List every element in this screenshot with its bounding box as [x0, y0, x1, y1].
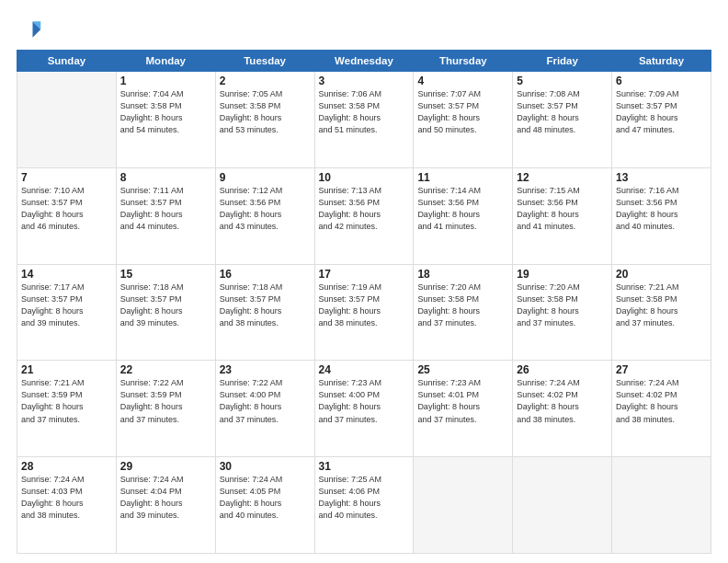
- day-number: 30: [220, 460, 311, 473]
- day-number: 16: [220, 268, 311, 281]
- cell-info: Sunrise: 7:16 AMSunset: 3:56 PMDaylight:…: [616, 185, 707, 233]
- day-number: 15: [120, 268, 211, 281]
- cell-info: Sunrise: 7:08 AMSunset: 3:57 PMDaylight:…: [517, 88, 608, 136]
- page: SundayMondayTuesdayWednesdayThursdayFrid…: [0, 0, 728, 563]
- calendar-cell: 16Sunrise: 7:18 AMSunset: 3:57 PMDayligh…: [215, 264, 314, 361]
- calendar-cell: 6Sunrise: 7:09 AMSunset: 3:57 PMDaylight…: [612, 72, 711, 168]
- day-number: 31: [319, 460, 410, 473]
- logo: [17, 17, 46, 42]
- day-number: 23: [220, 363, 311, 376]
- calendar-cell: 19Sunrise: 7:20 AMSunset: 3:58 PMDayligh…: [513, 264, 612, 361]
- day-number: 18: [417, 268, 508, 281]
- calendar-week-row: 7Sunrise: 7:10 AMSunset: 3:57 PMDaylight…: [17, 167, 711, 264]
- cell-info: Sunrise: 7:25 AMSunset: 4:06 PMDaylight:…: [319, 474, 410, 522]
- calendar-cell: 13Sunrise: 7:16 AMSunset: 3:56 PMDayligh…: [612, 167, 711, 264]
- calendar-body: 1Sunrise: 7:04 AMSunset: 3:58 PMDaylight…: [17, 72, 711, 554]
- cell-info: Sunrise: 7:24 AMSunset: 4:05 PMDaylight:…: [220, 474, 311, 522]
- calendar-cell: 25Sunrise: 7:23 AMSunset: 4:01 PMDayligh…: [414, 361, 513, 457]
- cell-info: Sunrise: 7:14 AMSunset: 3:56 PMDaylight:…: [417, 185, 508, 233]
- weekday-header-saturday: Saturday: [612, 51, 711, 72]
- calendar-cell: 27Sunrise: 7:24 AMSunset: 4:02 PMDayligh…: [612, 361, 711, 457]
- calendar-cell: 18Sunrise: 7:20 AMSunset: 3:58 PMDayligh…: [414, 264, 513, 361]
- calendar-week-row: 21Sunrise: 7:21 AMSunset: 3:59 PMDayligh…: [17, 361, 711, 457]
- day-number: 19: [517, 268, 608, 281]
- calendar-cell: [612, 457, 711, 554]
- calendar-cell: 28Sunrise: 7:24 AMSunset: 4:03 PMDayligh…: [17, 457, 117, 554]
- calendar-cell: 14Sunrise: 7:17 AMSunset: 3:57 PMDayligh…: [17, 264, 117, 361]
- cell-info: Sunrise: 7:15 AMSunset: 3:56 PMDaylight:…: [517, 185, 608, 233]
- weekday-header-wednesday: Wednesday: [314, 51, 414, 72]
- calendar-cell: 20Sunrise: 7:21 AMSunset: 3:58 PMDayligh…: [612, 264, 711, 361]
- calendar-cell: 3Sunrise: 7:06 AMSunset: 3:58 PMDaylight…: [314, 72, 414, 168]
- calendar-week-row: 28Sunrise: 7:24 AMSunset: 4:03 PMDayligh…: [17, 457, 711, 554]
- cell-info: Sunrise: 7:24 AMSunset: 4:04 PMDaylight:…: [120, 474, 211, 522]
- day-number: 8: [120, 171, 211, 184]
- day-number: 6: [616, 75, 707, 87]
- day-number: 26: [517, 363, 608, 376]
- day-number: 21: [21, 363, 112, 376]
- weekday-header-sunday: Sunday: [17, 51, 117, 72]
- calendar-cell: 24Sunrise: 7:23 AMSunset: 4:00 PMDayligh…: [314, 361, 414, 457]
- day-number: 14: [21, 268, 112, 281]
- cell-info: Sunrise: 7:11 AMSunset: 3:57 PMDaylight:…: [120, 185, 211, 233]
- calendar-cell: 1Sunrise: 7:04 AMSunset: 3:58 PMDaylight…: [116, 72, 215, 168]
- cell-info: Sunrise: 7:19 AMSunset: 3:57 PMDaylight:…: [319, 282, 410, 329]
- day-number: 7: [21, 171, 112, 184]
- cell-info: Sunrise: 7:13 AMSunset: 3:56 PMDaylight:…: [319, 185, 410, 233]
- calendar-cell: 31Sunrise: 7:25 AMSunset: 4:06 PMDayligh…: [314, 457, 414, 554]
- calendar-cell: [513, 457, 612, 554]
- cell-info: Sunrise: 7:24 AMSunset: 4:03 PMDaylight:…: [21, 474, 112, 522]
- calendar-cell: 26Sunrise: 7:24 AMSunset: 4:02 PMDayligh…: [513, 361, 612, 457]
- calendar-cell: 11Sunrise: 7:14 AMSunset: 3:56 PMDayligh…: [414, 167, 513, 264]
- calendar-cell: 8Sunrise: 7:11 AMSunset: 3:57 PMDaylight…: [116, 167, 215, 264]
- weekday-header-row: SundayMondayTuesdayWednesdayThursdayFrid…: [17, 51, 711, 72]
- calendar-cell: 23Sunrise: 7:22 AMSunset: 4:00 PMDayligh…: [215, 361, 314, 457]
- cell-info: Sunrise: 7:18 AMSunset: 3:57 PMDaylight:…: [120, 282, 211, 329]
- weekday-header-tuesday: Tuesday: [215, 51, 314, 72]
- calendar-cell: 5Sunrise: 7:08 AMSunset: 3:57 PMDaylight…: [513, 72, 612, 168]
- cell-info: Sunrise: 7:22 AMSunset: 4:00 PMDaylight:…: [220, 377, 311, 425]
- cell-info: Sunrise: 7:09 AMSunset: 3:57 PMDaylight:…: [616, 88, 707, 136]
- calendar-cell: [414, 457, 513, 554]
- cell-info: Sunrise: 7:23 AMSunset: 4:00 PMDaylight:…: [319, 377, 410, 425]
- day-number: 12: [517, 171, 608, 184]
- calendar-cell: 2Sunrise: 7:05 AMSunset: 3:58 PMDaylight…: [215, 72, 314, 168]
- cell-info: Sunrise: 7:23 AMSunset: 4:01 PMDaylight:…: [417, 377, 508, 425]
- cell-info: Sunrise: 7:12 AMSunset: 3:56 PMDaylight:…: [220, 185, 311, 233]
- cell-info: Sunrise: 7:18 AMSunset: 3:57 PMDaylight:…: [220, 282, 311, 329]
- day-number: 2: [220, 75, 311, 87]
- weekday-header-thursday: Thursday: [414, 51, 513, 72]
- weekday-header-friday: Friday: [513, 51, 612, 72]
- day-number: 24: [319, 363, 410, 376]
- calendar-week-row: 1Sunrise: 7:04 AMSunset: 3:58 PMDaylight…: [17, 72, 711, 168]
- cell-info: Sunrise: 7:20 AMSunset: 3:58 PMDaylight:…: [517, 282, 608, 329]
- day-number: 22: [120, 363, 211, 376]
- calendar-cell: 29Sunrise: 7:24 AMSunset: 4:04 PMDayligh…: [116, 457, 215, 554]
- day-number: 27: [616, 363, 707, 376]
- cell-info: Sunrise: 7:22 AMSunset: 3:59 PMDaylight:…: [120, 377, 211, 425]
- cell-info: Sunrise: 7:24 AMSunset: 4:02 PMDaylight:…: [616, 377, 707, 425]
- calendar-cell: 22Sunrise: 7:22 AMSunset: 3:59 PMDayligh…: [116, 361, 215, 457]
- day-number: 4: [417, 75, 508, 87]
- calendar-cell: [17, 72, 117, 168]
- day-number: 9: [220, 171, 311, 184]
- day-number: 3: [319, 75, 410, 87]
- calendar-cell: 15Sunrise: 7:18 AMSunset: 3:57 PMDayligh…: [116, 264, 215, 361]
- calendar-cell: 10Sunrise: 7:13 AMSunset: 3:56 PMDayligh…: [314, 167, 414, 264]
- calendar-cell: 9Sunrise: 7:12 AMSunset: 3:56 PMDaylight…: [215, 167, 314, 264]
- cell-info: Sunrise: 7:05 AMSunset: 3:58 PMDaylight:…: [220, 88, 311, 136]
- calendar-week-row: 14Sunrise: 7:17 AMSunset: 3:57 PMDayligh…: [17, 264, 711, 361]
- cell-info: Sunrise: 7:21 AMSunset: 3:58 PMDaylight:…: [616, 282, 707, 329]
- cell-info: Sunrise: 7:07 AMSunset: 3:57 PMDaylight:…: [417, 88, 508, 136]
- cell-info: Sunrise: 7:04 AMSunset: 3:58 PMDaylight:…: [120, 88, 211, 136]
- weekday-header-monday: Monday: [116, 51, 215, 72]
- day-number: 29: [120, 460, 211, 473]
- day-number: 20: [616, 268, 707, 281]
- day-number: 25: [417, 363, 508, 376]
- logo-icon: [17, 17, 42, 42]
- day-number: 13: [616, 171, 707, 184]
- calendar-cell: 12Sunrise: 7:15 AMSunset: 3:56 PMDayligh…: [513, 167, 612, 264]
- cell-info: Sunrise: 7:24 AMSunset: 4:02 PMDaylight:…: [517, 377, 608, 425]
- cell-info: Sunrise: 7:06 AMSunset: 3:58 PMDaylight:…: [319, 88, 410, 136]
- day-number: 28: [21, 460, 112, 473]
